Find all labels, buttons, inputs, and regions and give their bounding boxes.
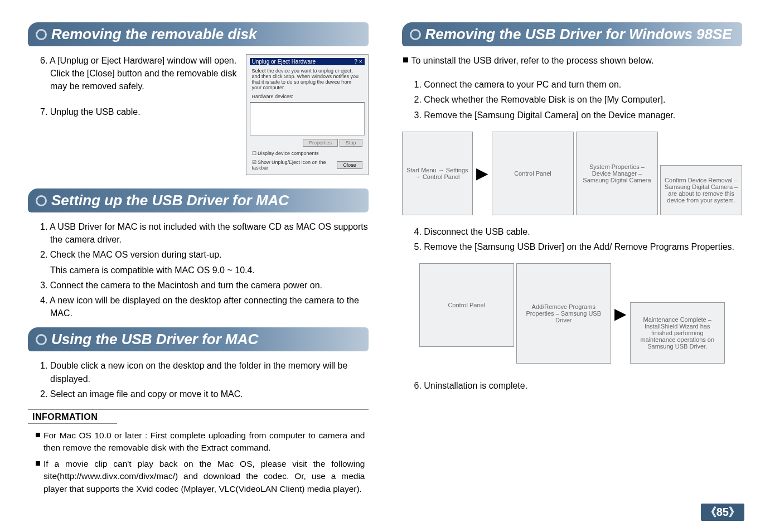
- bullet-icon: [36, 461, 40, 466]
- dialog-unplug-eject: Unplug or Eject Hardware? × Select the d…: [246, 54, 369, 175]
- mac-setup-4: 4. A new icon will be displayed on the d…: [36, 294, 369, 320]
- hw-devices-list: [250, 102, 365, 136]
- info-item-2: If a movie clip can't play back on the M…: [43, 458, 365, 495]
- mac-use-2: 2. Select an image file and copy or move…: [36, 388, 369, 400]
- intro-text: To uninstall the USB driver, refer to th…: [411, 54, 654, 67]
- arrow-icon: ▶: [475, 164, 490, 182]
- hw-devices-label: Hardware devices:: [250, 93, 365, 100]
- heading-using-mac: Using the USB Driver for MAC: [28, 327, 369, 351]
- mac-setup-2-sub: This camera is compatible with MAC OS 9.…: [28, 264, 369, 277]
- screen-control-panel: Control Panel: [492, 132, 574, 215]
- mac-setup-2: 2. Check the MAC OS version during start…: [36, 248, 369, 261]
- screenshot-cluster-2: Control Panel Add/Remove Programs Proper…: [402, 263, 743, 364]
- screen-device-manager: System Properties – Device Manager – Sam…: [576, 132, 658, 215]
- r-step-1: 1. Connect the camera to your PC and tur…: [410, 78, 743, 91]
- screenshot-cluster-1: Start Menu → Settings → Control Panel ▶ …: [402, 132, 743, 215]
- close-button[interactable]: Close: [337, 161, 362, 169]
- screen-addremove-programs: Add/Remove Programs Properties – Samsung…: [516, 263, 611, 364]
- information-box: INFORMATION For Mac OS 10.0 or later : F…: [28, 409, 369, 495]
- screen-control-panel-2: Control Panel: [419, 263, 514, 347]
- r-step-6: 6. Uninstallation is complete.: [410, 379, 743, 392]
- chk-show-icon[interactable]: Show Unplug/Eject icon on the taskbar: [252, 159, 326, 171]
- mac-setup-3: 3. Connect the camera to the Macintosh a…: [36, 279, 369, 292]
- chk-display-components[interactable]: Display device components: [258, 151, 319, 156]
- r-step-5: 5. Remove the [Samsung USB Driver] on th…: [410, 240, 743, 253]
- dialog-title: Unplug or Eject Hardware: [252, 59, 316, 65]
- info-item-1: For Mac OS 10.0 or later : First complet…: [43, 429, 365, 454]
- heading-setup-mac: Setting up the USB Driver for MAC: [28, 188, 369, 212]
- mac-setup-1: 1. A USB Driver for MAC is not included …: [36, 220, 369, 246]
- close-icon: ? ×: [354, 59, 362, 65]
- heading-remove-98se: Removing the USB Driver for Windows 98SE: [402, 22, 743, 46]
- mac-use-1: 1. Double click a new icon on the deskto…: [36, 359, 369, 385]
- heading-removing-disk: Removing the removable disk: [28, 22, 369, 46]
- stop-button[interactable]: Stop: [340, 139, 362, 147]
- arrow-icon: ▶: [613, 304, 628, 323]
- screen-confirm-removal: Confirm Device Removal – Samsung Digital…: [660, 165, 742, 215]
- information-title: INFORMATION: [32, 412, 98, 422]
- r-step-2: 2. Check whether the Removable Disk is o…: [410, 93, 743, 106]
- left-column: Removing the removable disk Unplug or Ej…: [28, 22, 369, 499]
- screen-maintenance-complete: Maintenance Complete – InstallShield Wiz…: [630, 302, 725, 364]
- screen-start-menu: Start Menu → Settings → Control Panel: [402, 132, 473, 215]
- page-number: 《85》: [701, 504, 744, 521]
- r-step-3: 3. Remove the [Samsung Digital Camera] o…: [410, 109, 743, 122]
- square-bullet-icon: [403, 57, 408, 62]
- right-column: Removing the USB Driver for Windows 98SE…: [402, 22, 743, 499]
- dialog-hint: Select the device you want to unplug or …: [250, 67, 365, 91]
- properties-button[interactable]: Properties: [303, 139, 338, 147]
- bullet-icon: [36, 433, 40, 437]
- r-step-4: 4. Disconnect the USB cable.: [410, 225, 743, 238]
